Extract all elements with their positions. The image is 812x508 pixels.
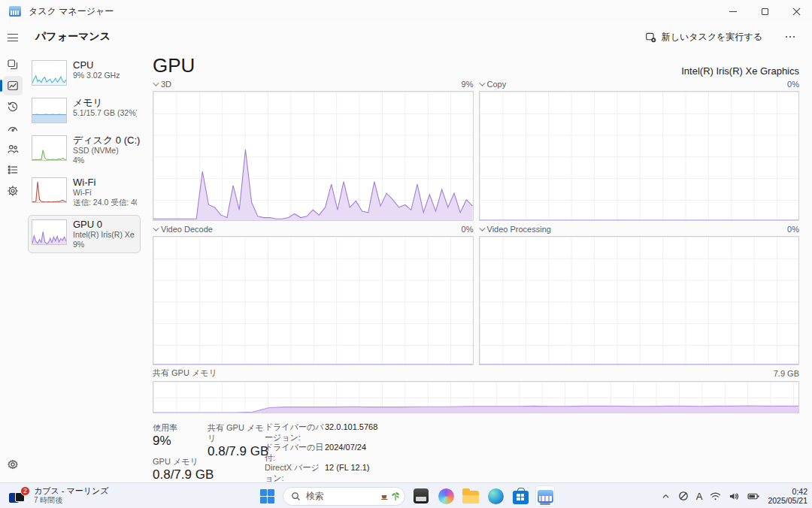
gpu-device-short: Intel(R) Iris(R) Xe Graphi <box>73 230 137 240</box>
chart-shared-memory <box>153 381 799 413</box>
engine-header-copy[interactable]: Copy 0% <box>479 77 800 91</box>
nav-menu-button[interactable] <box>0 27 25 48</box>
engine-video-processing-value: 0% <box>787 225 799 234</box>
memory-stats: 5.1/15.7 GB (32%) <box>73 108 137 118</box>
more-options-button[interactable] <box>779 29 801 45</box>
shared-memory-label: 共有 GPU メモリ <box>153 367 217 379</box>
services-icon <box>7 185 19 197</box>
chevron-down-icon <box>479 80 485 86</box>
nav-processes[interactable] <box>0 54 25 75</box>
sidebar-item-disk[interactable]: ディスク 0 (C:) SSD (NVMe) 4% <box>28 131 141 169</box>
search-box[interactable]: 検索 <box>283 487 405 506</box>
search-daily-art-icon <box>380 491 400 501</box>
maximize-icon <box>762 8 768 15</box>
sidebar-item-wifi[interactable]: Wi-Fi Wi-Fi 送信: 24.0 受信: 40.0 Kb <box>28 173 141 211</box>
processes-icon <box>7 59 19 71</box>
close-button[interactable] <box>780 0 812 23</box>
gpu-title: GPU 0 <box>73 219 137 230</box>
sidebar-item-gpu[interactable]: GPU 0 Intel(R) Iris(R) Xe Graphi 9% <box>28 215 141 253</box>
performance-sidebar: CPU 9% 3.02 GHz メモリ 5.1/15.7 GB (32%) ディ… <box>28 56 141 253</box>
taskbar: 2 カブス - マーリンズ 7 時間後 検索 <box>0 482 812 508</box>
gpu-panel-title: GPU <box>153 54 195 77</box>
minimize-button[interactable] <box>717 0 749 23</box>
taskbar-app-task-manager-active[interactable] <box>536 486 554 506</box>
microsoft-store-icon <box>513 491 529 504</box>
taskbar-app-store[interactable] <box>511 486 529 506</box>
minimize-icon <box>729 11 737 12</box>
cpu-mini-chart <box>32 60 67 86</box>
search-icon <box>291 491 301 501</box>
gpu-mini-chart <box>32 219 67 245</box>
ime-mode-indicator[interactable]: A <box>696 491 703 502</box>
wifi-title: Wi-Fi <box>73 177 137 188</box>
run-new-task-icon <box>645 32 656 43</box>
directx-version-label: DirectX バージョン: <box>265 463 325 483</box>
task-manager-window: タスク マネージャー <box>0 0 812 508</box>
window-title: タスク マネージャー <box>29 5 114 18</box>
clock[interactable]: 0:42 2025/05/21 <box>768 487 807 506</box>
memory-mini-chart <box>32 98 67 123</box>
nav-settings[interactable] <box>0 454 25 475</box>
nav-app-history[interactable] <box>0 96 25 117</box>
start-button[interactable] <box>258 486 276 506</box>
wifi-throughput: 送信: 24.0 受信: 40.0 Kb <box>73 198 137 207</box>
tray-blocked-icon[interactable] <box>678 491 689 501</box>
engine-header-3d[interactable]: 3D 9% <box>153 77 474 91</box>
sidebar-item-cpu[interactable]: CPU 9% 3.02 GHz <box>28 56 141 89</box>
taskbar-app-edge[interactable] <box>486 486 504 506</box>
search-placeholder: 検索 <box>306 490 375 503</box>
gpu-panel: GPU Intel(R) Iris(R) Xe Graphics 3D 9% C… <box>153 53 799 494</box>
taskbar-app-file-explorer[interactable] <box>462 486 480 506</box>
system-tray: A 0:42 2025/05/21 <box>661 483 807 508</box>
gpu-memory-value: 0.8/7.9 GB <box>153 467 208 483</box>
app-history-icon <box>7 101 19 113</box>
tray-chevron-up-icon[interactable] <box>661 491 671 501</box>
run-new-task-label: 新しいタスクを実行する <box>662 31 762 44</box>
widgets-button[interactable]: 2 カブス - マーリンズ 7 時間後 <box>5 485 114 506</box>
page-header: パフォーマンス 新しいタスクを実行する <box>25 23 812 51</box>
usage-value: 9% <box>153 433 208 449</box>
volume-icon[interactable] <box>729 491 740 501</box>
nav-rail <box>0 23 25 481</box>
nav-details[interactable] <box>0 159 25 180</box>
close-icon <box>792 8 801 16</box>
sidebar-item-memory[interactable]: メモリ 5.1/15.7 GB (32%) <box>28 93 141 127</box>
taskbar-app-copilot[interactable] <box>437 486 455 506</box>
tray-time: 0:42 <box>768 487 807 497</box>
taskbar-app-notebook[interactable] <box>412 486 430 506</box>
engine-header-video-processing[interactable]: Video Processing 0% <box>479 222 800 236</box>
chevron-down-icon <box>153 225 159 231</box>
nav-startup-apps[interactable] <box>0 117 25 138</box>
maximize-button[interactable] <box>749 0 780 23</box>
widget-subtitle: 7 時間後 <box>34 496 109 505</box>
driver-date-label: ドライバーの日付: <box>265 443 325 463</box>
hamburger-icon <box>8 34 18 41</box>
wifi-icon[interactable] <box>710 491 721 501</box>
shared-memory-max: 7.9 GB <box>774 369 799 378</box>
chevron-down-icon <box>479 225 485 231</box>
file-explorer-icon <box>462 491 479 503</box>
driver-version-label: ドライバーのバージョン: <box>265 422 325 443</box>
run-new-task-button[interactable]: 新しいタスクを実行する <box>639 27 768 47</box>
engine-header-video-decode[interactable]: Video Decode 0% <box>153 222 474 236</box>
nav-performance[interactable] <box>0 75 25 96</box>
page-title: パフォーマンス <box>35 30 111 44</box>
disk-mini-chart <box>32 135 67 161</box>
windows-logo-icon <box>259 488 275 504</box>
active-app-indicator <box>540 503 550 505</box>
gpu-memory-label: GPU メモリ <box>153 456 208 467</box>
chart-video-processing <box>479 236 800 365</box>
task-manager-app-icon <box>9 6 21 17</box>
tray-date: 2025/05/21 <box>768 496 807 506</box>
nav-services[interactable] <box>0 180 25 201</box>
driver-version-value: 32.0.101.5768 <box>325 422 377 443</box>
disk-title: ディスク 0 (C:) <box>73 135 137 146</box>
widget-title: カブス - マーリンズ <box>34 486 109 496</box>
battery-icon[interactable] <box>747 491 760 501</box>
notification-badge: 2 <box>20 486 30 496</box>
disk-usage: 4% <box>73 156 137 165</box>
nav-users[interactable] <box>0 138 25 159</box>
titlebar: タスク マネージャー <box>0 0 812 23</box>
engine-3d-value: 9% <box>462 80 474 89</box>
edge-browser-icon <box>488 488 504 504</box>
